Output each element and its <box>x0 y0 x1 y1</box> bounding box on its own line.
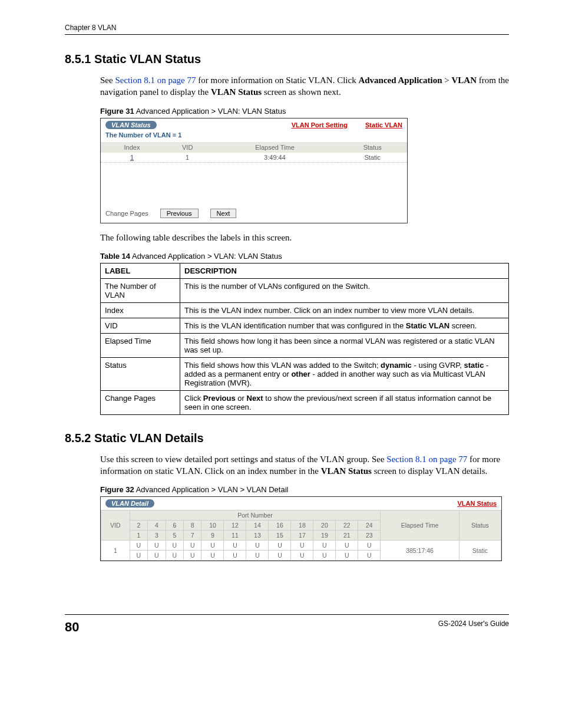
xref-link[interactable]: Section 8.1 on page 77 <box>115 75 196 85</box>
port-col: 5 <box>166 531 183 541</box>
cell-desc: This field shows how long it has been si… <box>180 333 509 357</box>
port-cell: U <box>224 551 246 561</box>
table-row: The Number of VLAN This is the number of… <box>101 278 509 302</box>
port-col: 1 <box>130 531 147 541</box>
previous-button[interactable]: Previous <box>160 209 199 218</box>
port-col: 22 <box>336 521 358 531</box>
port-cell: U <box>201 541 224 551</box>
caption-lead: Figure 32 <box>100 485 134 494</box>
port-col: 19 <box>313 531 336 541</box>
port-col: 8 <box>184 521 201 531</box>
page-number: 80 <box>65 620 79 635</box>
port-cell: U <box>148 551 166 561</box>
port-cell: U <box>313 541 336 551</box>
port-cell: U <box>313 551 336 561</box>
index-link[interactable]: 1 <box>130 154 134 161</box>
section-8-5-1-intro: See Section 8.1 on page 77 for more info… <box>100 74 509 98</box>
link-vlan-port-setting[interactable]: VLAN Port Setting <box>292 121 348 129</box>
change-pages-label: Change Pages <box>105 210 148 217</box>
table-row: Elapsed Time This field shows how long i… <box>101 333 509 357</box>
port-cell: U <box>166 551 183 561</box>
port-col: 2 <box>130 521 147 531</box>
port-cell: U <box>246 551 269 561</box>
col-vid: VID <box>101 510 130 541</box>
caption-lead: Table 14 <box>100 252 130 261</box>
port-cell: U <box>269 541 291 551</box>
port-col: 9 <box>201 531 224 541</box>
bold-text: other <box>291 370 310 378</box>
caption-rest: Advanced Application > VLAN > VLAN Detai… <box>134 485 289 494</box>
link-static-vlan[interactable]: Static VLAN <box>365 121 402 129</box>
port-col: 21 <box>336 531 358 541</box>
text: screen as shown next. <box>262 87 341 97</box>
cell-desc: This is the number of VLANs configured o… <box>180 278 509 302</box>
bold-text: static <box>464 361 484 370</box>
page-footer: 80 GS-2024 User's Guide <box>65 614 509 635</box>
next-button[interactable]: Next <box>210 209 237 218</box>
table-row: 1 1 3:49:44 Static <box>101 153 407 163</box>
cell-label: Status <box>101 357 180 390</box>
cell-status: Static <box>459 541 501 561</box>
xref-link[interactable]: Section 8.1 on page 77 <box>386 454 467 464</box>
port-cell: U <box>130 551 147 561</box>
text: Click <box>184 394 203 403</box>
port-cell: U <box>166 541 183 551</box>
heading-8-5-1: 8.5.1 Static VLAN Status <box>65 52 509 66</box>
table-intro: The following table describes the labels… <box>100 232 509 243</box>
table-row: Status This field shows how this VLAN wa… <box>101 357 509 390</box>
bold-text: Previous <box>203 394 236 403</box>
port-cell: U <box>291 551 313 561</box>
cell-label: Index <box>101 302 180 318</box>
port-col: 14 <box>246 521 269 531</box>
table-row: Change Pages Click Previous or Next to s… <box>101 390 509 414</box>
bold-text: dynamic <box>381 361 412 370</box>
text: See <box>100 75 115 85</box>
col-elapsed: Elapsed Time <box>381 510 459 541</box>
figure-31-screenshot: VLAN Status VLAN Port Setting Static VLA… <box>100 118 408 223</box>
port-cell: U <box>201 551 224 561</box>
port-col: 7 <box>184 531 201 541</box>
th-description: DESCRIPTION <box>180 263 509 278</box>
port-col: 6 <box>166 521 183 531</box>
link-vlan-status[interactable]: VLAN Status <box>457 500 497 507</box>
cell-vid: 1 <box>101 541 130 561</box>
cell-desc: This field shows how this VLAN was added… <box>180 357 509 390</box>
col-index: Index <box>101 142 163 153</box>
cell-elapsed: 3:49:44 <box>211 153 338 163</box>
col-port-number: Port Number <box>130 510 381 521</box>
text: screen to display VLAN details. <box>372 466 487 476</box>
ui-vlan-status: VLAN Status <box>321 466 372 476</box>
port-col: 18 <box>291 521 313 531</box>
ui-path-adv-app: Advanced Application <box>358 75 442 85</box>
port-cell: U <box>291 541 313 551</box>
bold-text: Next <box>247 394 263 403</box>
port-cell: U <box>269 551 291 561</box>
table-row: Index This is the VLAN index number. Cli… <box>101 302 509 318</box>
col-elapsed: Elapsed Time <box>211 142 338 153</box>
port-cell: U <box>246 541 269 551</box>
vlan-status-table: Index VID Elapsed Time Status 1 1 3:49:4… <box>101 142 407 163</box>
port-cell: U <box>148 541 166 551</box>
port-col: 15 <box>269 531 291 541</box>
cell-label: VID <box>101 318 180 333</box>
table-row: VID This is the VLAN identification numb… <box>101 318 509 333</box>
table-14: LABEL DESCRIPTION The Number of VLAN Thi… <box>100 263 509 415</box>
port-col: 24 <box>358 521 381 531</box>
port-col: 23 <box>358 531 381 541</box>
port-col: 13 <box>246 531 269 541</box>
text: This field shows how this VLAN was added… <box>184 361 381 370</box>
table-14-caption: Table 14 Advanced Application > VLAN: VL… <box>100 252 509 261</box>
guide-name: GS-2024 User's Guide <box>438 620 509 628</box>
port-cell: U <box>358 551 381 561</box>
cell-desc: Click Previous or Next to show the previ… <box>180 390 509 414</box>
ui-path-vlan: VLAN <box>452 75 477 85</box>
cell-desc: This is the VLAN index number. Click on … <box>180 302 509 318</box>
col-status: Status <box>459 510 501 541</box>
port-col: 12 <box>224 521 246 531</box>
port-cell: U <box>184 541 201 551</box>
port-cell: U <box>336 541 358 551</box>
text: for more information on Static VLAN. Cli… <box>196 75 358 85</box>
port-col: 16 <box>269 521 291 531</box>
port-col: 4 <box>148 521 166 531</box>
running-header: Chapter 8 VLAN <box>65 24 509 35</box>
